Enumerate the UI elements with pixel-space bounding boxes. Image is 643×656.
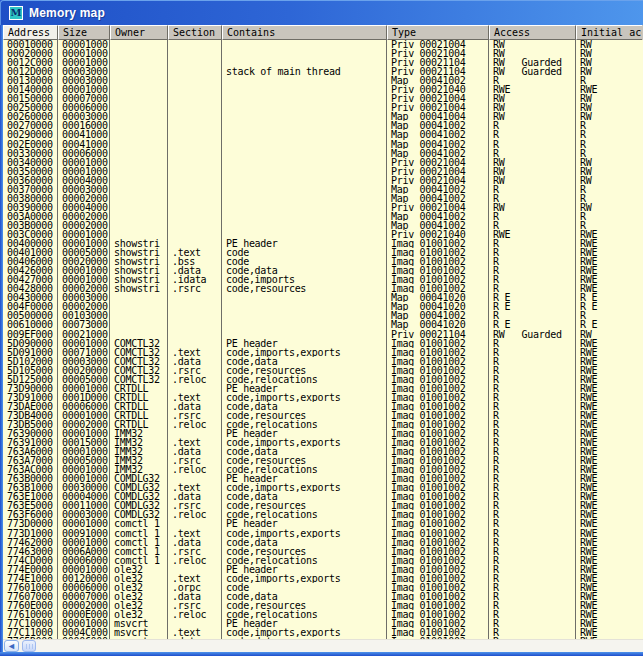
- table-row[interactable]: 5D10500000020000COMCTL32.rsrccode,resour…: [3, 366, 643, 375]
- table-row[interactable]: 5D09000000001000COMCTL32PE headerImag 01…: [3, 339, 643, 348]
- table-row[interactable]: 774CD00000006000comctl_1.reloccode,reloc…: [3, 556, 643, 565]
- cell-owner: COMDLG32: [110, 474, 168, 483]
- table-row[interactable]: 7639100000015000IMM32.textcode,imports,e…: [3, 438, 643, 447]
- table-row[interactable]: 0012C00000001000Priv 00021104RW GuardedR…: [3, 58, 643, 67]
- table-row[interactable]: 0001000000001000Priv 00021004RWRW: [3, 40, 643, 49]
- cell-address: 77607000: [3, 592, 58, 601]
- table-row[interactable]: 773D100000091000comctl_1.textcode,import…: [3, 529, 643, 538]
- cell-size: 00004000: [58, 203, 110, 212]
- table-row[interactable]: 5D09100000071000COMCTL32.textcode,import…: [3, 348, 643, 357]
- cell-section: .rsrc: [168, 366, 222, 375]
- table-row[interactable]: 0040000000001000showstriPE headerImag 01…: [3, 239, 643, 248]
- table-row[interactable]: 763A700000005000IMM32.rsrccode,resources…: [3, 456, 643, 465]
- table-row[interactable]: 0061000000073000Map 00041020R ER E: [3, 320, 643, 329]
- table-row[interactable]: 7746200000001000comctl_1.datacode,dataIm…: [3, 538, 643, 547]
- column-header-type[interactable]: Type: [387, 25, 489, 40]
- table-row[interactable]: 73D910000001D000CRTDLL.textcode,imports,…: [3, 393, 643, 402]
- column-header-contains[interactable]: Contains: [222, 25, 387, 40]
- table-row[interactable]: 004F000000002000Map 00041020R ER E: [3, 302, 643, 311]
- table-row[interactable]: 0026000000003000Map 00041004RWRW: [3, 112, 643, 121]
- table-row[interactable]: 0027000000016000Map 00041002RR: [3, 121, 643, 130]
- table-row[interactable]: 763B100000030000COMDLG32.textcode,import…: [3, 483, 643, 492]
- cell-access: R: [489, 519, 576, 528]
- table-row[interactable]: 773D000000001000comctl_1PE headerImag 01…: [3, 519, 643, 528]
- title-bar[interactable]: M Memory map: [0, 0, 643, 25]
- scrollbar-thumb[interactable]: [22, 640, 36, 652]
- memory-table-body: 0001000000001000Priv 00021004RWRW0002000…: [3, 40, 643, 639]
- cell-owner: COMDLG32: [110, 501, 168, 510]
- table-row[interactable]: 0025000000006000Priv 00021004RWRW: [3, 103, 643, 112]
- table-row[interactable]: 003B000000002000Map 00041002RR: [3, 221, 643, 230]
- table-row[interactable]: 763E500000011000COMDLG32.rsrccode,resour…: [3, 501, 643, 510]
- cell-section: [168, 58, 222, 67]
- column-header-address[interactable]: Address: [3, 25, 58, 40]
- table-row[interactable]: 774E000000001000ole32PE headerImag 01001…: [3, 565, 643, 574]
- cell-size: 00004000: [58, 176, 110, 185]
- table-row[interactable]: 763F600000003000COMDLG32.reloccode,reloc…: [3, 510, 643, 519]
- table-row[interactable]: 5D10200000003000COMCTL32.datacode,dataIm…: [3, 357, 643, 366]
- table-row[interactable]: 0029000000041000Map 00041002RR: [3, 130, 643, 139]
- table-row[interactable]: 0034000000001000Priv 00021004RWRW: [3, 158, 643, 167]
- cell-initial-acc: RWE: [576, 284, 642, 293]
- table-row[interactable]: 0042800000002000showstri.rsrccode,resour…: [3, 284, 643, 293]
- table-row[interactable]: 009EF00000021000Priv 00021104RW GuardedR…: [3, 330, 643, 339]
- table-row[interactable]: 77C110000004C000msvcrt.textcode,imports,…: [3, 628, 643, 637]
- table-row[interactable]: 003C000000001000Priv 00021040RWERWE: [3, 230, 643, 239]
- table-row[interactable]: 0038000000002000Map 00041002RR: [3, 194, 643, 203]
- cell-type: Priv 00021004: [387, 158, 489, 167]
- column-header-owner[interactable]: Owner: [110, 25, 168, 40]
- table-row[interactable]: 0042600000001000showstri.datacode,dataIm…: [3, 266, 643, 275]
- table-row[interactable]: 73DB500000002000CRTDLL.reloccode,relocat…: [3, 420, 643, 429]
- table-row[interactable]: 0039000000004000Priv 00021004RWRW: [3, 203, 643, 212]
- table-row[interactable]: 0012D00000003000stack of main threadPriv…: [3, 67, 643, 76]
- column-header-initial-acc[interactable]: Initial acc: [576, 25, 642, 40]
- table-row[interactable]: 0040600000020000showstri.bsscodeImag 010…: [3, 257, 643, 266]
- horizontal-scrollbar[interactable]: ◄: [3, 639, 643, 652]
- cell-size: 00001000: [58, 384, 110, 393]
- table-row[interactable]: 7760E00000002000ole32.rsrccode,resources…: [3, 601, 643, 610]
- table-row[interactable]: 0036000000004000Priv 00021004RWRW: [3, 176, 643, 185]
- cell-owner: ole32: [110, 583, 168, 592]
- table-row[interactable]: 73DAE00000006000CRTDLL.datacode,dataImag…: [3, 402, 643, 411]
- table-row[interactable]: 0040100000005000showstri.textcodeImag 01…: [3, 248, 643, 257]
- table-row[interactable]: 002E000000041000Map 00041002RR: [3, 140, 643, 149]
- cell-owner: COMCTL32: [110, 366, 168, 375]
- cell-initial-acc: RWE: [576, 393, 642, 402]
- column-header-size[interactable]: Size: [58, 25, 110, 40]
- table-row[interactable]: 763B000000001000COMDLG32PE headerImag 01…: [3, 474, 643, 483]
- table-row[interactable]: 0043000000003000Map 00041020R ER E: [3, 293, 643, 302]
- table-row[interactable]: 0014000000001000Priv 00021040RWERWE: [3, 85, 643, 94]
- table-row[interactable]: 003A000000002000Map 00041002RR: [3, 212, 643, 221]
- table-row[interactable]: 73DB400000001000CRTDLL.rsrccode,resource…: [3, 411, 643, 420]
- table-row[interactable]: 0037000000003000Map 00041002RR: [3, 185, 643, 194]
- scroll-left-button[interactable]: ◄: [4, 640, 19, 652]
- table-row[interactable]: 763E100000004000COMDLG32.datacode,dataIm…: [3, 492, 643, 501]
- table-row[interactable]: 0050000000103000Map 00041002RR: [3, 311, 643, 320]
- table-row[interactable]: 0015000000007000Priv 00021004RWRW: [3, 94, 643, 103]
- table-row[interactable]: 5D12500000005000COMCTL32.reloccode,reloc…: [3, 375, 643, 384]
- cell-type: Imag 01001002: [387, 483, 489, 492]
- table-row[interactable]: 0013000000003000Map 00041002RR: [3, 76, 643, 85]
- table-row[interactable]: 776100000000E000ole32.reloccode,relocati…: [3, 610, 643, 619]
- table-row[interactable]: 763AC00000001000IMM32.reloccode,relocati…: [3, 465, 643, 474]
- table-row[interactable]: 73D9000000001000CRTDLLPE headerImag 0100…: [3, 384, 643, 393]
- table-row[interactable]: 774E100000120000ole32.textcode,imports,e…: [3, 574, 643, 583]
- column-header-section[interactable]: Section: [168, 25, 222, 40]
- table-row[interactable]: 0002000000001000Priv 00021004RWRW: [3, 49, 643, 58]
- table-row[interactable]: 7760700000007000ole32.datacode,dataImag …: [3, 592, 643, 601]
- column-header-access[interactable]: Access: [489, 25, 576, 40]
- table-row[interactable]: 0042700000001000showstri.idatacode,impor…: [3, 275, 643, 284]
- table-row[interactable]: 77C1000000001000msvcrtPE headerImag 0100…: [3, 619, 643, 628]
- table-row[interactable]: 774630000006A000comctl_1.rsrccode,resour…: [3, 547, 643, 556]
- table-row[interactable]: 0033000000006000Map 00041002RR: [3, 149, 643, 158]
- table-row[interactable]: 763A600000001000IMM32.datacode,dataImag …: [3, 447, 643, 456]
- cell-initial-acc: RWE: [576, 375, 642, 384]
- cell-initial-acc: R: [576, 121, 642, 130]
- table-row[interactable]: 0035000000001000Priv 00021004RWRW: [3, 167, 643, 176]
- table-row[interactable]: 7760100000006000ole32.orpccodeImag 01001…: [3, 583, 643, 592]
- cell-owner: showstri: [110, 275, 168, 284]
- cell-type: Imag 01001002: [387, 275, 489, 284]
- table-row[interactable]: 7639000000001000IMM32PE headerImag 01001…: [3, 429, 643, 438]
- cell-access: R: [489, 438, 576, 447]
- cell-access: R: [489, 565, 576, 574]
